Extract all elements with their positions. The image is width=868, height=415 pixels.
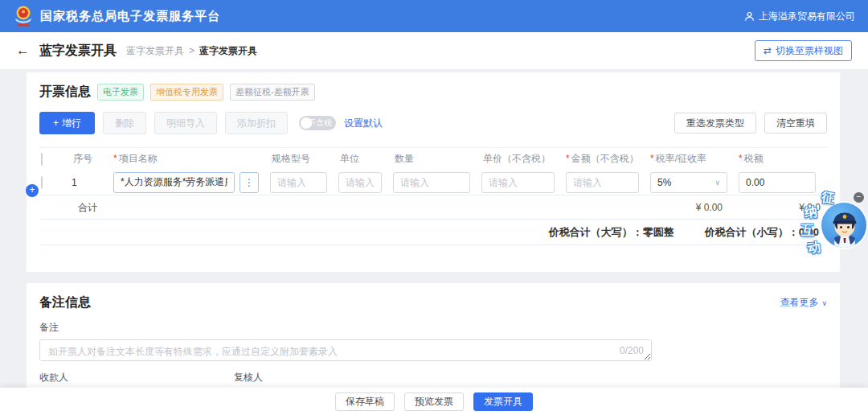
unit-price-input[interactable] [481,172,555,193]
tax-rate-value: 5% [657,177,671,188]
subtotal-label: 合计 [78,202,97,213]
remark-char-counter: 0/200 [620,345,644,356]
remarks-section-title: 备注信息 [39,294,91,311]
chevron-down-icon: ∨ [821,299,827,307]
payee-label: 收款人 [39,371,221,384]
col-tax-amount: *税额 [739,152,827,166]
view-more-link[interactable]: 查看更多 ∨ [780,296,827,310]
tag-differential-tax: 差额征税-差额开票 [230,84,315,101]
invoice-item-row: 1 ⋮ 5% ∨ [39,170,827,195]
table-header-row: 序号 *项目名称 规格型号 单位 数量 单价（不含税） *金额（不含税） *税率… [39,147,827,170]
invoice-items-table: 序号 *项目名称 规格型号 单位 数量 单价（不含税） *金额（不含税） *税率… [39,147,827,245]
switch-view-icon: ⇄ [764,45,772,56]
grand-total-row: 价税合计（大写）：零圆整 价税合计（小写）：0.00 [39,220,827,245]
col-unit: 单位 [338,152,393,166]
toggle-label: 不含税 [308,116,332,130]
breadcrumb-parent[interactable]: 蓝字发票开具 [126,44,184,58]
invoice-info-card: 开票信息 电子发票 增值税专用发票 差额征税-差额开票 + 增行 删除 明细导入… [27,72,840,272]
app-title: 国家税务总局电子发票服务平台 [40,9,220,24]
reselect-invoice-type-button[interactable]: 重选发票类型 [674,113,756,134]
col-unit-price: 单价（不含税） [481,152,566,166]
chevron-down-icon: ∨ [714,179,720,187]
save-draft-button[interactable]: 保存草稿 [335,392,395,411]
page-nav-bar: ← 蓝字发票开具 蓝字发票开具 > 蓝字发票开具 ⇄ 切换至票样视图 [0,32,868,69]
assistant-char: 动 [807,239,822,257]
clear-refill-button[interactable]: 清空重填 [764,113,827,134]
subtotal-row: 合计 ¥ 0.00 ¥ 0.0 [39,195,827,220]
select-all-checkbox[interactable] [41,153,43,166]
issue-invoice-button[interactable]: 发票开具 [473,392,533,411]
invoice-section-title: 开票信息 [39,84,91,101]
row-checkbox[interactable] [41,176,43,189]
user-icon [744,11,755,22]
minus-icon: − [857,192,862,201]
current-company[interactable]: 上海溢承贸易有限公司 [744,10,855,23]
assistant-char: 纳 [804,203,818,222]
unit-input[interactable] [338,172,382,193]
breadcrumb-current: 蓝字发票开具 [199,44,257,58]
row-seq: 1 [72,177,113,188]
tax-amount-input[interactable] [739,172,816,193]
subtotal-amount: ¥ 0.00 [696,195,723,220]
spec-input[interactable] [270,172,327,193]
company-name: 上海溢承贸易有限公司 [759,10,855,23]
col-tax-rate: *税率/征收率 [650,152,739,166]
total-in-words: 价税合计（大写）：零圆整 [549,225,674,240]
assistant-char: 互 [801,223,814,240]
action-footer: 保存草稿 预览发票 发票开具 [0,388,868,415]
tag-vat-special-invoice: 增值税专用发票 [150,84,223,101]
reviewer-label: 复核人 [234,371,416,384]
set-default-link[interactable]: 设置默认 [344,117,383,130]
plus-icon: + [53,117,59,129]
assistant-char: 征 [821,189,836,208]
remark-textarea[interactable] [39,339,652,361]
col-item-name: *项目名称 [113,152,270,166]
app-header: 国家税务总局电子发票服务平台 上海溢承贸易有限公司 [0,0,868,32]
breadcrumb: 蓝字发票开具 > 蓝字发票开具 [126,44,257,58]
ellipsis-icon: ⋮ [244,177,254,188]
detail-import-button[interactable]: 明细导入 [154,112,217,134]
quantity-input[interactable] [393,172,470,193]
tax-rate-select[interactable]: 5% ∨ [650,172,727,193]
col-quantity: 数量 [393,152,481,166]
item-options-button[interactable]: ⋮ [240,172,259,193]
col-amount: *金额（不含税） [566,152,650,166]
col-seq: 序号 [72,152,113,166]
switch-view-button[interactable]: ⇄ 切换至票样视图 [755,40,852,61]
add-discount-button[interactable]: 添加折扣 [225,112,288,134]
minimize-assistant-button[interactable]: − [854,192,864,203]
invoice-toolbar: + 增行 删除 明细导入 添加折扣 不含税 设置默认 重选发票类型 清空重填 [39,112,827,134]
remark-label: 备注 [39,321,827,335]
tax-emblem-logo [13,5,34,27]
back-arrow-icon[interactable]: ← [16,43,30,59]
delete-row-button[interactable]: 删除 [103,112,146,134]
tax-exclusive-toggle[interactable]: 不含税 [299,116,336,130]
col-spec: 规格型号 [270,152,338,166]
insert-row-button[interactable]: + [26,184,39,197]
add-row-button[interactable]: + 增行 [39,112,95,134]
plus-icon: + [29,184,35,195]
amount-input[interactable] [566,172,639,193]
item-name-input[interactable] [113,172,235,193]
assistant-avatar[interactable] [821,203,866,248]
preview-invoice-button[interactable]: 预览发票 [404,392,464,411]
tag-electronic-invoice: 电子发票 [97,84,144,101]
breadcrumb-separator: > [189,45,194,56]
page-title: 蓝字发票开具 [39,43,117,60]
